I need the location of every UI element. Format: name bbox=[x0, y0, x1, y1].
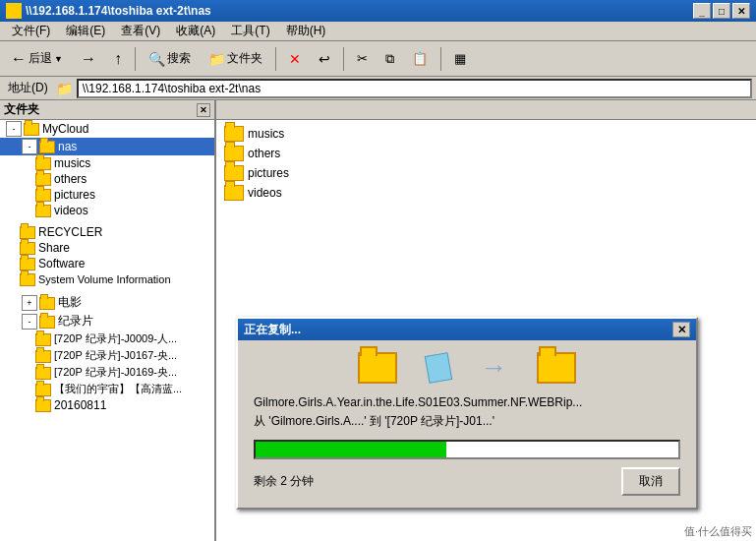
address-icon: 📁 bbox=[56, 81, 73, 96]
paste-button[interactable]: 📋 bbox=[405, 44, 435, 74]
expand-nas-icon[interactable]: - bbox=[22, 139, 37, 154]
dialog-close-button[interactable]: ✕ bbox=[672, 322, 690, 337]
sidebar-item-videos[interactable]: videos bbox=[0, 203, 214, 218]
views-icon: ▦ bbox=[454, 51, 466, 66]
dest-folder-icon bbox=[537, 352, 576, 384]
sidebar-item-j0169[interactable]: [720P 纪录片]-J0169-央... bbox=[0, 364, 214, 381]
address-input[interactable] bbox=[77, 79, 752, 98]
mycloud-folder-icon bbox=[24, 123, 39, 136]
content-folder-others[interactable]: others bbox=[220, 144, 752, 163]
cancel-button[interactable]: 取消 bbox=[621, 467, 680, 496]
videos-folder-icon bbox=[35, 205, 51, 217]
content-folder-musics[interactable]: musics bbox=[220, 124, 752, 144]
progress-bar-fill bbox=[256, 442, 446, 457]
sidebar-item-j0167[interactable]: [720P 纪录片]-J0167-央... bbox=[0, 347, 214, 364]
musics-folder-icon bbox=[35, 157, 51, 170]
undo-button[interactable]: ↩ bbox=[312, 44, 337, 74]
copy-button[interactable]: ⧉ bbox=[378, 44, 401, 74]
back-arrow-icon: ← bbox=[11, 50, 27, 68]
others-label: others bbox=[54, 172, 87, 186]
content-folder-videos[interactable]: videos bbox=[220, 183, 752, 203]
movies-label: 电影 bbox=[58, 294, 82, 311]
sidebar-item-recycler[interactable]: RECYCLER bbox=[0, 224, 214, 240]
sidebar-item-universe[interactable]: 【我们的宇宙】【高清蓝... bbox=[0, 381, 214, 397]
watermark: 值·什么值得买 bbox=[684, 524, 752, 539]
dialog-body: → Gilmore.Girls.A.Year.in.the.Life.S01E0… bbox=[238, 340, 696, 508]
menu-favorites[interactable]: 收藏(A) bbox=[168, 21, 223, 41]
others-folder-icon bbox=[35, 173, 51, 186]
maximize-button[interactable]: □ bbox=[713, 3, 730, 19]
forward-button[interactable]: → bbox=[74, 44, 103, 74]
j0167-label: [720P 纪录片]-J0167-央... bbox=[54, 348, 177, 363]
remaining-time: 剩余 2 分钟 bbox=[254, 473, 314, 490]
sidebar-item-nas[interactable]: - nas bbox=[0, 138, 214, 155]
address-label: 地址(D) bbox=[4, 80, 52, 96]
folders-button[interactable]: 📁 文件夹 bbox=[202, 44, 269, 74]
back-button[interactable]: ← 后退 ▼ bbox=[4, 44, 70, 74]
delete-button[interactable]: ✕ bbox=[282, 44, 308, 74]
views-button[interactable]: ▦ bbox=[447, 44, 473, 74]
sidebar-item-20160811[interactable]: 20160811 bbox=[0, 397, 214, 413]
expand-mycloud-icon[interactable]: - bbox=[6, 121, 22, 137]
universe-folder-icon bbox=[35, 384, 51, 396]
undo-icon: ↩ bbox=[319, 51, 330, 67]
menu-tools[interactable]: 工具(T) bbox=[223, 21, 277, 41]
sidebar-item-movies[interactable]: + 电影 bbox=[0, 293, 214, 312]
flying-paper-icon bbox=[427, 354, 450, 382]
universe-label: 【我们的宇宙】【高清蓝... bbox=[54, 382, 182, 396]
pictures-label: pictures bbox=[54, 188, 95, 202]
back-label: 后退 bbox=[29, 50, 52, 67]
copy-icon: ⧉ bbox=[385, 51, 394, 67]
expand-movies-icon[interactable]: + bbox=[22, 295, 37, 311]
menu-view[interactable]: 查看(V) bbox=[113, 21, 168, 41]
recycler-label: RECYCLER bbox=[38, 225, 102, 239]
expand-documentary-icon[interactable]: - bbox=[22, 314, 37, 330]
window: \\192.168.1.174\toshiba ext-2t\nas _ □ ✕… bbox=[0, 0, 756, 541]
folders-label: 文件夹 bbox=[227, 50, 262, 67]
nas-folder-icon bbox=[39, 141, 55, 153]
copy-filename: Gilmore.Girls.A.Year.in.the.Life.S01E03.… bbox=[254, 395, 680, 409]
j0169-folder-icon bbox=[35, 367, 51, 380]
sidebar-item-mycloud[interactable]: - MyCloud bbox=[0, 120, 214, 138]
progress-bar-container bbox=[254, 440, 680, 459]
toolbar-separator-3 bbox=[343, 47, 344, 71]
menu-file[interactable]: 文件(F) bbox=[4, 21, 58, 41]
content-folder-pictures[interactable]: pictures bbox=[220, 163, 752, 183]
cut-icon: ✂ bbox=[357, 51, 368, 66]
search-label: 搜索 bbox=[167, 50, 191, 67]
sidebar-item-musics[interactable]: musics bbox=[0, 155, 214, 171]
dialog-footer: 剩余 2 分钟 取消 bbox=[254, 467, 680, 496]
sidebar-item-others[interactable]: others bbox=[0, 171, 214, 187]
documentary-label: 纪录片 bbox=[58, 313, 93, 330]
up-button[interactable]: ↑ bbox=[107, 44, 129, 74]
minimize-button[interactable]: _ bbox=[693, 3, 711, 19]
videos-content-icon bbox=[224, 185, 244, 201]
j0167-folder-icon bbox=[35, 350, 51, 363]
sidebar-item-pictures[interactable]: pictures bbox=[0, 187, 214, 203]
sidebar-item-sysvolinfo[interactable]: System Volume Information bbox=[0, 271, 214, 287]
toolbar: ← 后退 ▼ → ↑ 🔍 搜索 📁 文件夹 ✕ ↩ ✂ ⧉ bbox=[0, 41, 756, 77]
sidebar-item-j0009[interactable]: [720P 纪录片]-J0009-人... bbox=[0, 331, 214, 347]
window-title: \\192.168.1.174\toshiba ext-2t\nas bbox=[26, 4, 693, 18]
menu-help[interactable]: 帮助(H) bbox=[278, 21, 334, 41]
cut-button[interactable]: ✂ bbox=[350, 44, 375, 74]
videos-label: videos bbox=[54, 204, 88, 217]
j0009-label: [720P 纪录片]-J0009-人... bbox=[54, 331, 177, 346]
pictures-folder-icon bbox=[35, 189, 51, 202]
sidebar-header-label: 文件夹 bbox=[4, 101, 39, 118]
pictures-content-label: pictures bbox=[248, 166, 289, 180]
close-button[interactable]: ✕ bbox=[732, 3, 750, 19]
search-button[interactable]: 🔍 搜索 bbox=[142, 44, 198, 74]
sidebar-item-share[interactable]: Share bbox=[0, 240, 214, 256]
sidebar-item-documentary[interactable]: - 纪录片 bbox=[0, 312, 214, 331]
source-folder-icon bbox=[358, 352, 397, 384]
sysvolinfo-label: System Volume Information bbox=[38, 273, 171, 285]
folder-icon: 📁 bbox=[208, 51, 225, 67]
musics-content-icon bbox=[224, 126, 244, 142]
musics-content-label: musics bbox=[248, 127, 284, 141]
paste-icon: 📋 bbox=[412, 51, 428, 66]
share-label: Share bbox=[38, 241, 70, 255]
sidebar-close-button[interactable]: ✕ bbox=[197, 103, 210, 117]
sidebar-item-software[interactable]: Software bbox=[0, 256, 214, 271]
menu-edit[interactable]: 编辑(E) bbox=[58, 21, 113, 41]
